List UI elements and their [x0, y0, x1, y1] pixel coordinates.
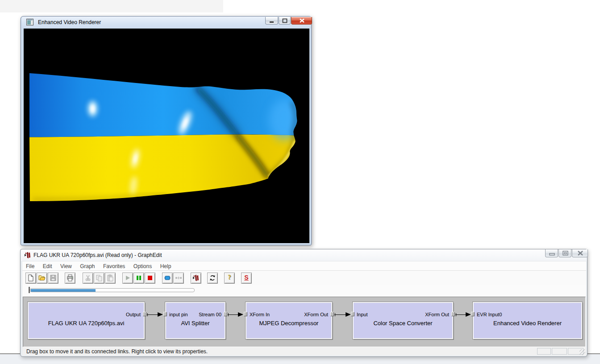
menu-file[interactable]: File — [23, 261, 38, 269]
connection-line[interactable] — [147, 314, 158, 315]
pin-chip[interactable] — [244, 312, 247, 316]
pin-label-output[interactable]: Output — [126, 312, 141, 317]
filter-box-mjpeg-decompressor[interactable]: XForm In XForm Out MJPEG Decompressor — [246, 302, 332, 339]
close-icon — [292, 17, 312, 24]
connection-arrowhead — [158, 312, 163, 317]
menu-view[interactable]: View — [57, 261, 75, 269]
filter-name: AVI Splitter — [166, 320, 225, 327]
graphedit-logo-icon — [192, 274, 200, 281]
pin-chip[interactable] — [224, 312, 227, 316]
paste-button[interactable] — [105, 273, 116, 284]
help-icon: ? — [225, 274, 234, 281]
pin-label-evr-input0[interactable]: EVR Input0 — [477, 312, 502, 317]
pin-label-xform-in[interactable]: XForm In — [250, 312, 270, 317]
print-button[interactable] — [65, 273, 75, 284]
printer-icon — [67, 274, 74, 281]
copy-button[interactable] — [94, 273, 104, 284]
status-bar-text: Drag box to move it and its connected li… — [26, 348, 208, 355]
ukraine-flag-video-frame — [24, 29, 309, 243]
play-icon — [124, 274, 131, 281]
refresh-icon — [209, 274, 216, 281]
evr-video-area — [24, 29, 309, 243]
pin-label-xform-out[interactable]: XForm Out — [304, 312, 328, 317]
connection-line[interactable] — [455, 314, 466, 315]
seek-progress-fill — [31, 289, 96, 292]
connection-arrowhead — [238, 312, 243, 317]
filter-name: MJPEG Decompressor — [246, 320, 331, 327]
graphedit-window-title: FLAG UKR UA 720p60fps.avi (Read only) - … — [33, 252, 162, 258]
save-graph-button[interactable] — [48, 273, 58, 284]
filter-name: FLAG UKR UA 720p60fps.avi — [29, 320, 144, 327]
status-pane — [537, 348, 551, 355]
stop-button[interactable] — [145, 273, 155, 284]
disconnect-pins-button[interactable] — [173, 273, 184, 284]
cut-scissors-icon — [84, 274, 92, 281]
new-document-icon — [27, 274, 34, 281]
menu-favorites[interactable]: Favorites — [100, 261, 128, 269]
pin-label-xform-out[interactable]: XForm Out — [425, 312, 449, 317]
new-graph-button[interactable] — [25, 273, 36, 284]
pin-label-input-pin[interactable]: input pin — [169, 312, 188, 317]
pin-chip[interactable] — [163, 312, 167, 316]
graphedit-maximize-button[interactable] — [558, 249, 571, 257]
pin-chip[interactable] — [471, 312, 475, 316]
resize-grip[interactable] — [579, 349, 585, 355]
evr-close-button[interactable] — [291, 17, 312, 25]
pin-chip[interactable] — [451, 312, 455, 316]
seek-track[interactable] — [30, 288, 195, 292]
filter-box-source[interactable]: Output FLAG UKR UA 720p60fps.avi — [28, 302, 145, 339]
graphedit-app-icon — [24, 252, 31, 259]
pin-chip[interactable] — [143, 312, 146, 316]
pause-button[interactable] — [133, 273, 144, 284]
filter-name: Enhanced Video Renderer — [474, 320, 581, 327]
evr-window-icon — [26, 19, 33, 25]
connection-arrowhead — [346, 312, 351, 317]
graphedit-title-bar[interactable]: FLAG UKR UA 720p60fps.avi (Read only) - … — [21, 249, 587, 261]
minimize-icon — [266, 17, 278, 24]
open-folder-icon — [38, 274, 46, 281]
insert-filter-button[interactable] — [162, 273, 173, 284]
filter-box-color-space-converter[interactable]: Input XForm Out Color Space Converter — [353, 302, 453, 339]
graphedit-minimize-button[interactable] — [545, 249, 558, 257]
play-button[interactable] — [122, 273, 133, 284]
status-pane — [552, 348, 567, 355]
filter-box-evr[interactable]: EVR Input0 Enhanced Video Renderer — [473, 302, 582, 339]
evr-maximize-button[interactable] — [279, 17, 291, 25]
menu-graph[interactable]: Graph — [77, 261, 98, 269]
disconnect-pins-icon — [175, 274, 182, 281]
insert-filter-icon — [164, 274, 171, 281]
minimize-icon — [546, 249, 558, 257]
pin-chip[interactable] — [351, 312, 354, 316]
stop-icon — [146, 274, 154, 281]
graphedit-window: FLAG UKR UA 720p60fps.avi (Read only) - … — [20, 249, 588, 357]
cut-button[interactable] — [83, 273, 93, 284]
connection-line[interactable] — [228, 314, 238, 315]
evr-minimize-button[interactable] — [265, 17, 278, 25]
evr-window: Enhanced Video Renderer — [21, 16, 312, 245]
help-button[interactable]: ? — [224, 273, 235, 284]
pin-chip[interactable] — [330, 312, 334, 316]
menu-bar: File Edit View Graph Favorites Options H… — [22, 261, 586, 270]
graphedit-close-button[interactable] — [572, 249, 588, 257]
stats-button[interactable]: S — [241, 273, 252, 284]
filter-box-avi-splitter[interactable]: input pin Stream 00 AVI Splitter — [165, 302, 225, 339]
evr-title-bar[interactable]: Enhanced Video Renderer — [21, 17, 311, 28]
pause-icon — [135, 274, 142, 281]
pin-label-input[interactable]: Input — [357, 312, 367, 317]
open-graph-button[interactable] — [37, 273, 47, 284]
paste-clipboard-icon — [107, 274, 114, 281]
menu-help[interactable]: Help — [157, 261, 175, 269]
pin-label-stream00[interactable]: Stream 00 — [199, 312, 221, 317]
maximize-icon — [559, 249, 571, 257]
filter-graph-canvas[interactable]: Output FLAG UKR UA 720p60fps.avi input p… — [23, 297, 586, 347]
graphedit-logo-button[interactable] — [191, 273, 201, 284]
maximize-icon — [279, 17, 290, 24]
menu-options[interactable]: Options — [130, 261, 155, 269]
seek-bar-row — [22, 285, 586, 297]
stats-icon: S — [242, 274, 251, 281]
connection-line[interactable] — [334, 314, 346, 315]
menu-edit[interactable]: Edit — [40, 261, 55, 269]
refresh-button[interactable] — [207, 273, 218, 284]
close-icon — [572, 249, 588, 257]
connection-arrowhead — [466, 312, 471, 317]
